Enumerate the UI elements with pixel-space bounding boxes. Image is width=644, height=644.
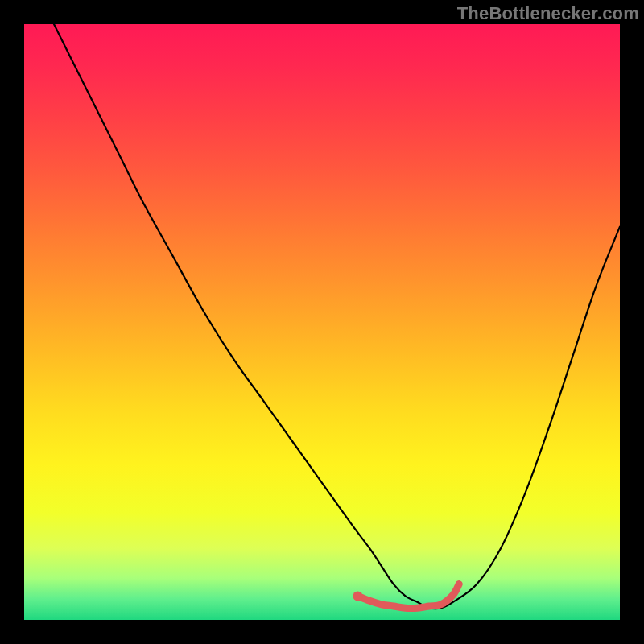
bottleneck-curve — [54, 24, 620, 609]
chart-frame: TheBottlenecker.com — [0, 0, 644, 644]
watermark-text: TheBottlenecker.com — [457, 3, 639, 24]
plot-area — [24, 24, 620, 620]
optimal-start-dot — [353, 591, 362, 601]
chart-curves — [24, 24, 620, 620]
optimal-band — [357, 584, 459, 609]
